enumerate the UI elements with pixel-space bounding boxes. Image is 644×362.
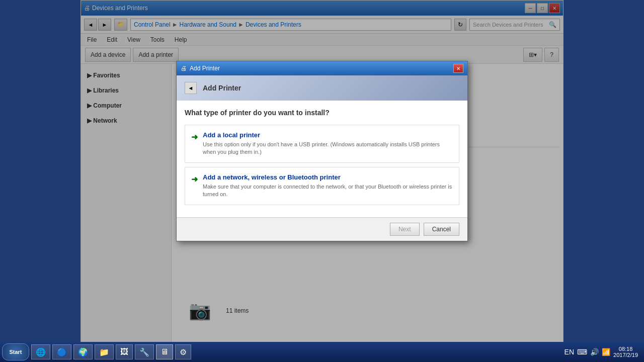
dialog-footer: Next Cancel [177, 217, 467, 241]
taskbar-icon-4: 📁 [99, 347, 109, 357]
option2-arrow-icon: ➜ [191, 174, 198, 184]
system-clock: 08:18 2017/2/19 [613, 346, 638, 358]
dialog-title-bar: 🖨 Add Printer ✕ [177, 61, 467, 75]
dialog-overlay: 🖨 Add Printer ✕ ◄ Add Printer What type … [81, 1, 563, 361]
taskbar-app-3[interactable]: 🌍 [73, 344, 93, 359]
start-button[interactable]: Start [2, 343, 29, 360]
option1-desc: Use this option only if you don't have a… [203, 141, 453, 156]
taskbar: Start 🌐 🔵 🌍 📁 🖼 🔧 🖥 ⚙ EN ⌨ 🔊 📶 08:18 201… [0, 342, 644, 362]
clock-date: 2017/2/19 [613, 352, 638, 358]
clock-time: 08:18 [613, 346, 638, 352]
dialog-header: ◄ Add Printer [177, 75, 467, 101]
taskbar-app-5[interactable]: 🖼 [116, 344, 133, 359]
taskbar-app-2[interactable]: 🔵 [52, 344, 71, 359]
sound-tray-icon[interactable]: 🔊 [590, 348, 599, 356]
taskbar-icon-1: 🌐 [36, 347, 46, 357]
keyboard-tray-icon: ⌨ [577, 348, 587, 356]
taskbar-icon-3: 🌍 [78, 347, 88, 357]
network-tray-icon: 📶 [602, 348, 610, 356]
option1-arrow-icon: ➜ [191, 132, 198, 142]
option2-content: Add a network, wireless or Bluetooth pri… [203, 173, 453, 199]
option2-desc: Make sure that your computer is connecte… [203, 183, 453, 199]
taskbar-icon-2: 🔵 [57, 347, 67, 357]
taskbar-icon-8: ⚙ [180, 347, 187, 357]
option-local-printer[interactable]: ➜ Add a local printer Use this option on… [185, 125, 459, 163]
dialog-title-left: 🖨 Add Printer [181, 65, 220, 72]
taskbar-icon-6: 🔧 [139, 347, 149, 357]
option-network-printer[interactable]: ➜ Add a network, wireless or Bluetooth p… [185, 167, 459, 205]
taskbar-app-8[interactable]: ⚙ [175, 344, 191, 359]
main-window: 🖨 Devices and Printers ─ □ ✕ ◄ ► 📁 Contr… [80, 0, 564, 362]
option2-title: Add a network, wireless or Bluetooth pri… [203, 173, 453, 181]
option1-content: Add a local printer Use this option only… [203, 131, 453, 156]
dialog-title-icon: 🖨 [181, 65, 187, 72]
dialog-title-text: Add Printer [190, 65, 220, 72]
start-label: Start [9, 349, 22, 355]
next-button[interactable]: Next [390, 223, 420, 236]
cancel-button[interactable]: Cancel [424, 223, 459, 236]
taskbar-icon-7: 🖥 [160, 347, 169, 356]
dialog-close-button[interactable]: ✕ [453, 64, 463, 73]
taskbar-icon-5: 🖼 [120, 347, 128, 356]
dialog-header-title: Add Printer [203, 84, 241, 92]
dialog-body: What type of printer do you want to inst… [177, 101, 467, 217]
system-tray: EN ⌨ 🔊 📶 08:18 2017/2/19 [560, 346, 642, 358]
dialog-back-button[interactable]: ◄ [185, 82, 197, 94]
taskbar-app-7[interactable]: 🖥 [156, 344, 173, 359]
desktop-right [564, 0, 644, 342]
desktop-left [0, 0, 80, 342]
taskbar-app-4[interactable]: 📁 [95, 344, 114, 359]
option1-title: Add a local printer [203, 131, 453, 139]
taskbar-app-6[interactable]: 🔧 [135, 344, 154, 359]
taskbar-app-1[interactable]: 🌐 [31, 344, 50, 359]
dialog-question: What type of printer do you want to inst… [185, 109, 459, 117]
tray-lang: EN [565, 348, 574, 356]
add-printer-dialog: 🖨 Add Printer ✕ ◄ Add Printer What type … [176, 61, 468, 241]
